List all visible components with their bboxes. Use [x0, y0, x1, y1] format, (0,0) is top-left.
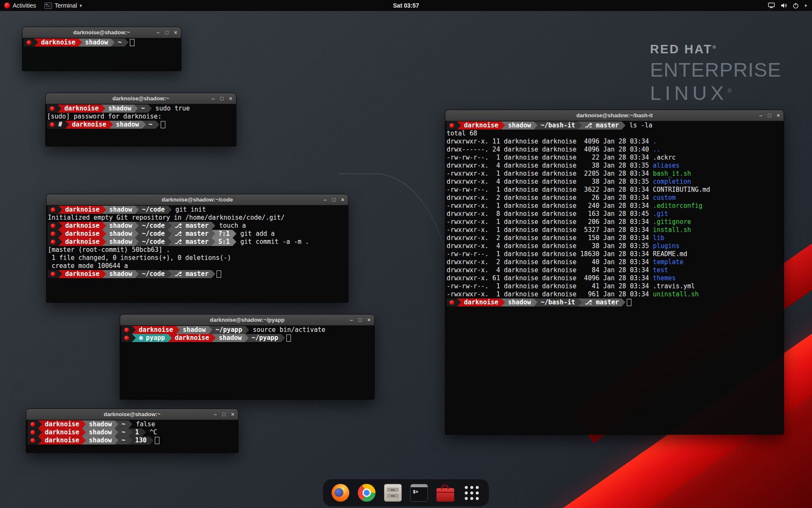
window-close-button[interactable]: × [341, 197, 344, 202]
display-icon[interactable] [768, 3, 775, 8]
powerline-arrow-icon [168, 222, 172, 230]
prompt-segment-gstat: ?:1 [215, 230, 233, 238]
window-maximize-button[interactable]: □ [222, 411, 226, 417]
redhat-prompt-icon [30, 438, 35, 443]
redhat-prompt-icon [50, 106, 55, 111]
terminal-line: drwxrwxr-x. 2 darknoise darknoise 26 Jan… [447, 194, 782, 202]
terminal-line: darknoiseshadow~130 [27, 436, 237, 444]
clock[interactable]: Sat 03:57 [393, 2, 419, 9]
window-minimize-button[interactable]: – [211, 96, 214, 101]
window-controls: –□× [156, 27, 177, 38]
window-minimize-button[interactable]: – [324, 197, 326, 202]
window-title: darknoise@shadow:~/bash-it [445, 112, 784, 119]
terminal-text: -rwxrwxr-x. 1 darknoise darknoise 5327 J… [447, 226, 653, 234]
terminal-window-code[interactable]: darknoise@shadow:~/code–□×darknoiseshado… [47, 194, 348, 302]
powerline-arrow-icon [102, 230, 106, 238]
terminal-line: drwxrwxr-x. 4 darknoise darknoise 38 Jan… [447, 162, 782, 170]
window-title: darknoise@shadow:~ [26, 411, 238, 417]
window-titlebar[interactable]: darknoise@shadow:~–□× [46, 93, 236, 104]
window-minimize-button[interactable]: – [214, 411, 217, 417]
window-titlebar[interactable]: darknoise@shadow:~/bash-it–□× [445, 110, 784, 121]
powerline-arrow-icon [233, 238, 236, 246]
terminal-text: drwxrwxr-x. 4 darknoise darknoise 38 Jan… [447, 178, 653, 186]
app-menu-label: Terminal [55, 2, 77, 9]
terminal-content[interactable]: darknoiseshadow~ falsedarknoiseshadow~1 … [26, 420, 238, 445]
terminal-window-sudo[interactable]: darknoise@shadow:~–□×darknoiseshadow~ su… [46, 93, 236, 146]
powerline-arrow-icon [58, 105, 61, 113]
terminal-content[interactable]: darknoiseshadow~/code git initInitialize… [47, 205, 348, 279]
prompt-segment-path: ~/code [139, 206, 167, 214]
window-titlebar[interactable]: darknoise@shadow:~–□× [26, 409, 238, 420]
powerline-arrow-icon [457, 121, 461, 130]
prompt-segment-user: darknoise [38, 39, 78, 47]
window-titlebar[interactable]: darknoise@shadow:~–□× [22, 27, 181, 38]
window-maximize-button[interactable]: □ [220, 96, 224, 101]
prompt-segment-icon [48, 230, 58, 238]
dock-item-files[interactable] [383, 483, 403, 502]
terminal-text: total 68 [447, 130, 477, 138]
power-icon[interactable] [793, 3, 799, 9]
terminal-text: git commit -a -m . [236, 238, 309, 246]
terminal-line: #darknoiseshadow~ [47, 121, 235, 129]
redhat-prompt-icon [30, 430, 35, 435]
terminal-line: [sudo] password for darknoise: [47, 113, 235, 121]
window-titlebar[interactable]: darknoise@shadow:~/pyapp–□× [120, 315, 374, 326]
terminal-line: drwxrwxr-x. 11 darknoise darknoise 4096 … [447, 138, 782, 146]
terminal-content[interactable]: darknoiseshadow~ [22, 38, 181, 47]
terminal-window-pyapp[interactable]: darknoise@shadow:~/pyapp–□×darknoiseshad… [120, 315, 374, 399]
window-maximize-button[interactable]: □ [359, 317, 362, 323]
terminal-line: drwxrwxr-x. 2 darknoise darknoise 150 Ja… [447, 234, 782, 242]
prompt-segment-path: ~/code [139, 270, 167, 278]
window-close-button[interactable]: × [367, 317, 370, 323]
powerline-arrow-icon [168, 230, 172, 238]
terminal-text: drwx------. 24 darknoise darknoise 4096 … [447, 146, 653, 154]
terminal-line: -rwxrwxr-x. 1 darknoise darknoise 5327 J… [447, 226, 782, 234]
window-close-button[interactable]: × [229, 96, 232, 101]
dock-item-toolbox[interactable] [436, 483, 455, 502]
volume-icon[interactable] [780, 3, 787, 8]
terminal-line: -rwxrwxr-x. 1 darknoise darknoise 961 Ja… [447, 290, 782, 298]
window-maximize-button[interactable]: □ [332, 197, 336, 202]
window-close-button[interactable]: × [776, 113, 780, 118]
powerline-arrow-icon [534, 121, 538, 130]
powerline-arrow-icon [78, 39, 82, 47]
window-maximize-button[interactable]: □ [768, 113, 771, 118]
terminal-window-home-1[interactable]: darknoise@shadow:~–□×darknoiseshadow~ [22, 27, 181, 71]
watermark-enterprise: ENTERPRISE [650, 58, 781, 81]
redhat-prompt-icon [51, 240, 55, 244]
window-maximize-button[interactable]: □ [165, 30, 169, 35]
window-minimize-button[interactable]: – [350, 317, 353, 323]
powerline-arrow-icon [534, 298, 538, 306]
prompt-segment-user: darknoise [62, 238, 102, 246]
dock-item-chrome[interactable] [357, 483, 376, 502]
window-titlebar[interactable]: darknoise@shadow:~/code–□× [47, 194, 348, 205]
terminal-content[interactable]: darknoiseshadow~/bash-it⎇ master ls -lat… [445, 121, 784, 307]
activities-button[interactable]: Activities [0, 0, 40, 11]
terminal-line: darknoiseshadow~/code⎇ master touch a [48, 222, 347, 230]
terminal-content[interactable]: darknoiseshadow~ sudo true[sudo] passwor… [46, 104, 236, 129]
powerline-arrow-icon [245, 326, 249, 334]
dock-item-terminal[interactable] [409, 483, 429, 502]
window-minimize-button[interactable]: – [759, 113, 762, 118]
powerline-arrow-icon [168, 334, 172, 342]
terminal-window-bash-it[interactable]: darknoise@shadow:~/bash-it–□×darknoisesh… [445, 110, 784, 434]
terminal-line: -rw-rw-r--. 1 darknoise darknoise 41 Jan… [447, 282, 782, 290]
system-menu-chevron-icon[interactable]: ▾ [804, 3, 807, 8]
dock-item-firefox[interactable] [331, 483, 350, 502]
prompt-segment-icon [447, 121, 457, 130]
window-close-button[interactable]: × [231, 411, 234, 417]
terminal-window-home-2[interactable]: darknoise@shadow:~–□×darknoiseshadow~ fa… [26, 409, 238, 453]
terminal-text: Initialized empty Git repository in /hom… [48, 214, 285, 222]
terminal-content[interactable]: darknoiseshadow~/pyapp source bin/activa… [120, 326, 374, 342]
filename-dir: themes [653, 274, 676, 282]
app-menu-terminal[interactable]: Terminal ▾ [40, 0, 86, 11]
prompt-segment-host: shadow [106, 230, 135, 238]
filename-dir: . [653, 138, 657, 146]
window-minimize-button[interactable]: – [156, 30, 159, 35]
prompt-segment-user: darknoise [62, 206, 102, 214]
window-close-button[interactable]: × [174, 30, 177, 35]
powerline-arrow-icon [58, 238, 62, 246]
activities-label: Activities [13, 2, 36, 9]
prompt-segment-git: ⎇ master [172, 238, 212, 246]
dock-item-app-grid[interactable] [462, 483, 481, 502]
